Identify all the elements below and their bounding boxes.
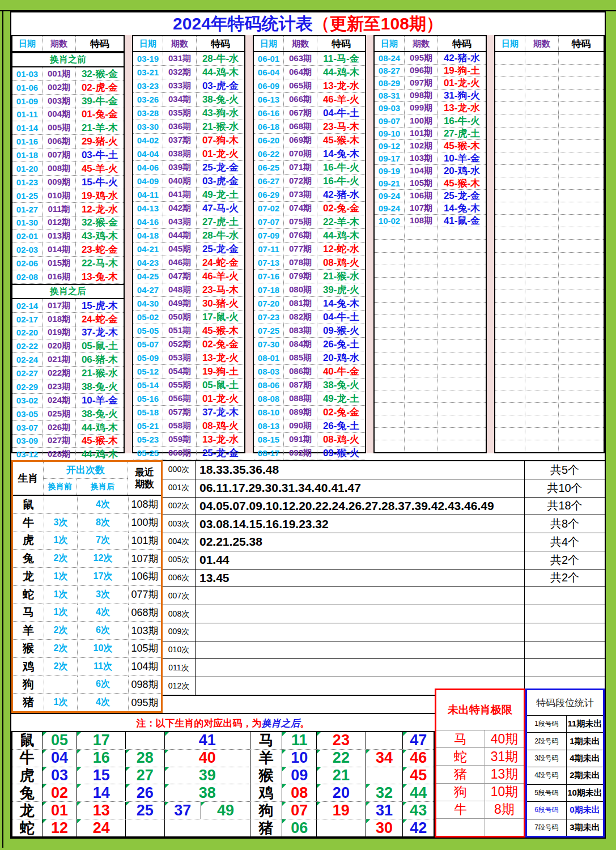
date-cell: 05-23 (133, 433, 163, 446)
mapping-number-cell: 16 (77, 750, 126, 767)
date-cell (375, 340, 404, 352)
period-cell (525, 365, 559, 377)
special-code-cell: 39-虎-火 (317, 283, 365, 296)
special-code-cell: 15-牛-火 (76, 176, 124, 189)
segment-row: 4段号码2期未出 (527, 767, 603, 784)
date-cell (495, 253, 525, 265)
period-table-header-row: 日期期数特码 (375, 36, 486, 52)
empty-row (495, 290, 604, 303)
frequency-row: 003次03.08.14.15.16.19.23.32共8个 (163, 515, 605, 533)
special-code-cell: 03-虎-金 (197, 175, 244, 188)
period-table-body: 08-24095期42-猪-水08-27096期19-狗-土08-29097期0… (375, 52, 486, 452)
empty-row (495, 65, 604, 77)
special-code-cell: 22-马-木 (76, 257, 124, 270)
recent-header-line1: 最近 (135, 466, 154, 478)
date-cell: 03-19 (133, 52, 163, 65)
result-row: 01-25010期19-鸡-水 (12, 189, 124, 203)
frequency-row: 006次13.45共2个 (163, 570, 605, 588)
before-switch-count-cell: 1次 (44, 694, 77, 711)
zodiac-count-row: 猴2次10次105期 (13, 640, 161, 658)
page-background: 2024年特码统计表（更新至108期） 日期期数特码换肖之前01-03001期3… (0, 0, 616, 850)
special-code-cell: 24-蛇-金 (197, 256, 244, 269)
empty-row (375, 265, 486, 278)
cell-corner-marker (77, 784, 81, 788)
zodiac-name-cell: 蛇 (13, 586, 44, 604)
period-cell: 103期 (404, 152, 438, 164)
date-cell (495, 152, 525, 164)
cell-corner-marker (282, 802, 286, 806)
date-cell: 05-02 (133, 311, 163, 324)
date-cell: 01-27 (12, 203, 42, 216)
empty-row (495, 303, 604, 315)
date-cell: 01-18 (12, 148, 42, 162)
date-cell (375, 377, 404, 389)
special-code-cell (438, 278, 486, 290)
special-code-cell: 28-牛-水 (197, 229, 244, 242)
mapping-number-cell: 04 (43, 750, 78, 767)
special-code-cell: 08-鸡-火 (197, 419, 244, 432)
date-cell (375, 403, 404, 415)
mapping-grid-row: 鼠051741马112347 (12, 732, 434, 750)
limit-zodiac-cell: 马 (436, 730, 485, 747)
date-cell (495, 215, 525, 227)
period-cell (525, 128, 559, 139)
period-cell (525, 165, 559, 177)
empty-row (375, 403, 486, 415)
frequency-label-cell: 012次 (163, 677, 196, 695)
period-table-group: 日期期数特码08-24095期42-猪-水08-27096期19-狗-土08-2… (373, 35, 487, 453)
limit-box-body: 马40期蛇31期猪13期狗10期牛8期 (436, 730, 524, 836)
before-switch-count-cell: 1次 (44, 604, 77, 622)
period-cell: 040期 (163, 175, 197, 188)
date-cell: 06-18 (254, 120, 283, 133)
zodiac-switch-section-label: 换肖之前 (12, 53, 124, 66)
date-cell: 07-16 (254, 270, 283, 283)
period-cell: 044期 (163, 229, 197, 242)
segment-value-cell: 10期未出 (567, 785, 603, 801)
recent-period-cell: 068期 (128, 604, 161, 622)
code-column-header: 特码 (559, 36, 604, 51)
zodiac-count-row: 鼠4次108期 (13, 496, 161, 514)
result-row: 02-06015期22-马-木 (12, 257, 124, 270)
special-code-cell (559, 315, 604, 327)
period-cell: 011期 (42, 203, 76, 216)
empty-row (375, 253, 486, 265)
date-cell (495, 227, 525, 239)
zodiac-count-table-body: 鼠4次108期牛3次8次100期虎1次7次101期兔2次12次107期龙1次17… (13, 496, 161, 711)
date-cell: 05-12 (133, 365, 163, 378)
frequency-row: 010次 (163, 641, 605, 660)
period-cell: 013期 (42, 230, 76, 243)
date-column-header: 日期 (133, 36, 163, 51)
empty-row (495, 165, 604, 177)
period-cell (525, 403, 559, 415)
cell-corner-marker (43, 802, 46, 806)
special-code-cell: 30-猪-火 (197, 297, 244, 310)
date-cell: 03-07 (12, 421, 42, 434)
cell-corner-marker (43, 784, 46, 788)
result-row: 02-20019期37-龙-木 (12, 326, 124, 340)
result-row: 07-11077期12-蛇-水 (254, 243, 365, 256)
special-code-cell (438, 290, 486, 302)
period-cell (525, 52, 559, 64)
empty-row (495, 415, 604, 428)
empty-row (495, 140, 604, 152)
segment-value-cell: 0期未出 (567, 802, 603, 818)
date-cell: 04-21 (133, 243, 163, 256)
date-cell (495, 403, 525, 415)
special-code-cell: 27-虎-土 (438, 128, 486, 139)
period-cell: 066期 (283, 93, 317, 106)
special-code-cell (438, 365, 486, 377)
date-cell: 09-03 (375, 102, 404, 114)
special-code-cell (559, 265, 604, 277)
result-row: 09-03099期13-龙-水 (375, 102, 486, 114)
cell-corner-marker (126, 784, 130, 788)
cell-corner-marker (366, 750, 370, 754)
period-cell: 070期 (283, 147, 317, 160)
recent-period-cell: 106期 (128, 568, 161, 585)
special-code-cell (559, 165, 604, 177)
result-row: 02-22020期05-鼠-土 (12, 339, 124, 353)
zodiac-name-cell: 猪 (13, 694, 44, 711)
period-cell (525, 278, 559, 290)
period-cell: 059期 (163, 433, 197, 446)
result-row: 01-20008期45-羊-火 (12, 162, 124, 176)
period-cell: 047期 (163, 270, 197, 283)
